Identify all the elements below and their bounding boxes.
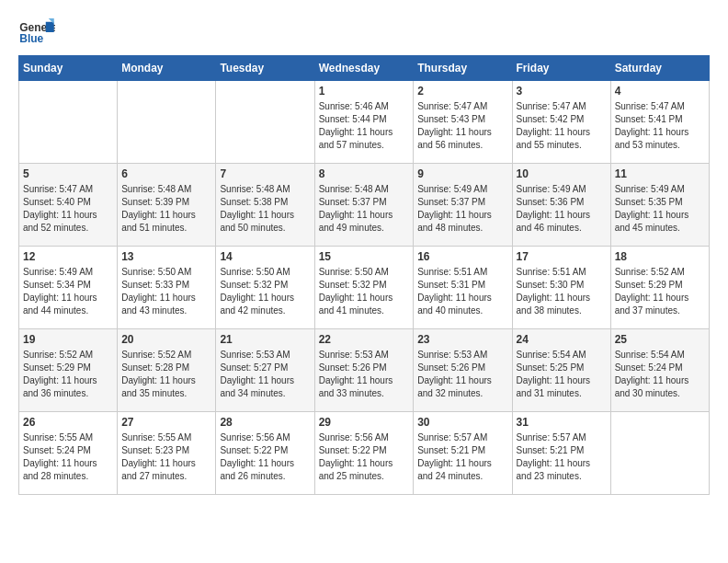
day-info: Sunrise: 5:52 AM Sunset: 5:29 PM Dayligh… <box>615 266 705 317</box>
day-number: 9 <box>417 167 507 180</box>
day-info: Sunrise: 5:47 AM Sunset: 5:40 PM Dayligh… <box>23 183 113 235</box>
calendar-cell: 7Sunrise: 5:48 AM Sunset: 5:38 PM Daylig… <box>216 164 314 247</box>
day-number: 24 <box>517 333 607 346</box>
day-number: 22 <box>319 333 410 346</box>
calendar-cell: 14Sunrise: 5:50 AM Sunset: 5:32 PM Dayli… <box>216 247 314 329</box>
calendar-cell: 12Sunrise: 5:49 AM Sunset: 5:34 PM Dayli… <box>19 247 118 329</box>
weekday-header: Saturday <box>610 56 709 81</box>
day-number: 16 <box>417 250 507 263</box>
weekday-header: Friday <box>512 56 610 81</box>
day-info: Sunrise: 5:55 AM Sunset: 5:23 PM Dayligh… <box>121 431 211 483</box>
calendar-cell: 17Sunrise: 5:51 AM Sunset: 5:30 PM Dayli… <box>512 247 610 329</box>
day-number: 15 <box>319 250 410 263</box>
svg-text:Blue: Blue <box>19 32 43 45</box>
calendar-week-row: 19Sunrise: 5:52 AM Sunset: 5:29 PM Dayli… <box>19 329 710 412</box>
calendar-cell: 3Sunrise: 5:47 AM Sunset: 5:42 PM Daylig… <box>512 81 610 164</box>
day-info: Sunrise: 5:56 AM Sunset: 5:22 PM Dayligh… <box>220 431 310 483</box>
page-header: General Blue <box>18 18 710 46</box>
logo: General Blue <box>18 18 55 46</box>
calendar-cell: 6Sunrise: 5:48 AM Sunset: 5:39 PM Daylig… <box>118 164 216 247</box>
calendar-cell: 23Sunrise: 5:53 AM Sunset: 5:26 PM Dayli… <box>414 329 512 412</box>
day-info: Sunrise: 5:50 AM Sunset: 5:32 PM Dayligh… <box>319 266 410 317</box>
calendar-cell: 20Sunrise: 5:52 AM Sunset: 5:28 PM Dayli… <box>118 329 216 412</box>
day-number: 4 <box>615 85 705 98</box>
calendar-cell: 21Sunrise: 5:53 AM Sunset: 5:27 PM Dayli… <box>216 329 314 412</box>
day-info: Sunrise: 5:52 AM Sunset: 5:29 PM Dayligh… <box>23 349 113 400</box>
day-number: 31 <box>517 416 607 429</box>
day-number: 18 <box>615 250 705 263</box>
day-number: 23 <box>417 333 507 346</box>
day-number: 3 <box>517 85 607 98</box>
calendar-cell: 19Sunrise: 5:52 AM Sunset: 5:29 PM Dayli… <box>19 329 118 412</box>
day-info: Sunrise: 5:53 AM Sunset: 5:26 PM Dayligh… <box>319 349 410 400</box>
day-info: Sunrise: 5:50 AM Sunset: 5:32 PM Dayligh… <box>220 266 310 317</box>
day-number: 10 <box>517 167 607 180</box>
day-number: 1 <box>319 85 410 98</box>
day-info: Sunrise: 5:56 AM Sunset: 5:22 PM Dayligh… <box>319 431 410 483</box>
calendar-cell: 9Sunrise: 5:49 AM Sunset: 5:37 PM Daylig… <box>414 164 512 247</box>
weekday-header: Tuesday <box>216 56 314 81</box>
calendar-cell <box>19 81 118 164</box>
day-number: 28 <box>220 416 310 429</box>
day-number: 21 <box>220 333 310 346</box>
calendar-cell: 11Sunrise: 5:49 AM Sunset: 5:35 PM Dayli… <box>610 164 709 247</box>
day-number: 20 <box>121 333 211 346</box>
day-info: Sunrise: 5:48 AM Sunset: 5:39 PM Dayligh… <box>121 183 211 235</box>
day-info: Sunrise: 5:53 AM Sunset: 5:27 PM Dayligh… <box>220 349 310 400</box>
weekday-header: Thursday <box>414 56 512 81</box>
weekday-header: Monday <box>118 56 216 81</box>
day-info: Sunrise: 5:52 AM Sunset: 5:28 PM Dayligh… <box>121 349 211 400</box>
calendar-cell: 27Sunrise: 5:55 AM Sunset: 5:23 PM Dayli… <box>118 412 216 495</box>
day-info: Sunrise: 5:48 AM Sunset: 5:37 PM Dayligh… <box>319 183 410 235</box>
day-info: Sunrise: 5:49 AM Sunset: 5:36 PM Dayligh… <box>517 183 607 235</box>
calendar-week-row: 12Sunrise: 5:49 AM Sunset: 5:34 PM Dayli… <box>19 247 710 329</box>
day-info: Sunrise: 5:48 AM Sunset: 5:38 PM Dayligh… <box>220 183 310 235</box>
day-info: Sunrise: 5:46 AM Sunset: 5:44 PM Dayligh… <box>319 100 410 152</box>
weekday-header: Sunday <box>19 56 118 81</box>
day-number: 13 <box>121 250 211 263</box>
calendar-cell: 4Sunrise: 5:47 AM Sunset: 5:41 PM Daylig… <box>610 81 709 164</box>
day-number: 19 <box>23 333 113 346</box>
weekday-header-row: SundayMondayTuesdayWednesdayThursdayFrid… <box>19 56 710 81</box>
day-info: Sunrise: 5:54 AM Sunset: 5:24 PM Dayligh… <box>615 349 705 400</box>
calendar-cell: 24Sunrise: 5:54 AM Sunset: 5:25 PM Dayli… <box>512 329 610 412</box>
day-info: Sunrise: 5:57 AM Sunset: 5:21 PM Dayligh… <box>417 431 507 483</box>
day-number: 7 <box>220 167 310 180</box>
day-info: Sunrise: 5:47 AM Sunset: 5:42 PM Dayligh… <box>517 100 607 152</box>
svg-marker-2 <box>46 22 54 32</box>
day-number: 30 <box>417 416 507 429</box>
day-info: Sunrise: 5:50 AM Sunset: 5:33 PM Dayligh… <box>121 266 211 317</box>
calendar-week-row: 26Sunrise: 5:55 AM Sunset: 5:24 PM Dayli… <box>19 412 710 495</box>
day-info: Sunrise: 5:49 AM Sunset: 5:34 PM Dayligh… <box>23 266 113 317</box>
day-number: 11 <box>615 167 705 180</box>
calendar-cell: 31Sunrise: 5:57 AM Sunset: 5:21 PM Dayli… <box>512 412 610 495</box>
calendar-cell: 2Sunrise: 5:47 AM Sunset: 5:43 PM Daylig… <box>414 81 512 164</box>
calendar-cell: 28Sunrise: 5:56 AM Sunset: 5:22 PM Dayli… <box>216 412 314 495</box>
calendar-cell <box>216 81 314 164</box>
day-info: Sunrise: 5:53 AM Sunset: 5:26 PM Dayligh… <box>417 349 507 400</box>
calendar-cell: 16Sunrise: 5:51 AM Sunset: 5:31 PM Dayli… <box>414 247 512 329</box>
day-info: Sunrise: 5:55 AM Sunset: 5:24 PM Dayligh… <box>23 431 113 483</box>
day-number: 6 <box>121 167 211 180</box>
calendar-cell: 25Sunrise: 5:54 AM Sunset: 5:24 PM Dayli… <box>610 329 709 412</box>
calendar-cell: 22Sunrise: 5:53 AM Sunset: 5:26 PM Dayli… <box>314 329 414 412</box>
calendar-cell <box>118 81 216 164</box>
calendar-week-row: 5Sunrise: 5:47 AM Sunset: 5:40 PM Daylig… <box>19 164 710 247</box>
day-info: Sunrise: 5:49 AM Sunset: 5:37 PM Dayligh… <box>417 183 507 235</box>
day-number: 12 <box>23 250 113 263</box>
calendar-cell: 30Sunrise: 5:57 AM Sunset: 5:21 PM Dayli… <box>414 412 512 495</box>
calendar-cell: 5Sunrise: 5:47 AM Sunset: 5:40 PM Daylig… <box>19 164 118 247</box>
day-info: Sunrise: 5:47 AM Sunset: 5:43 PM Dayligh… <box>417 100 507 152</box>
day-number: 5 <box>23 167 113 180</box>
day-info: Sunrise: 5:51 AM Sunset: 5:31 PM Dayligh… <box>417 266 507 317</box>
day-info: Sunrise: 5:47 AM Sunset: 5:41 PM Dayligh… <box>615 100 705 152</box>
weekday-header: Wednesday <box>314 56 414 81</box>
day-number: 26 <box>23 416 113 429</box>
day-number: 27 <box>121 416 211 429</box>
calendar-cell: 29Sunrise: 5:56 AM Sunset: 5:22 PM Dayli… <box>314 412 414 495</box>
calendar-cell: 1Sunrise: 5:46 AM Sunset: 5:44 PM Daylig… <box>314 81 414 164</box>
logo-icon: General Blue <box>18 18 55 46</box>
calendar-week-row: 1Sunrise: 5:46 AM Sunset: 5:44 PM Daylig… <box>19 81 710 164</box>
day-info: Sunrise: 5:54 AM Sunset: 5:25 PM Dayligh… <box>517 349 607 400</box>
calendar-cell: 13Sunrise: 5:50 AM Sunset: 5:33 PM Dayli… <box>118 247 216 329</box>
